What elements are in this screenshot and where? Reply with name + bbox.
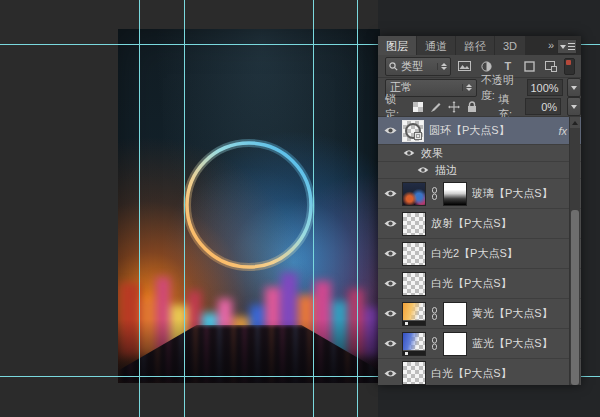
fill-value[interactable]: 0% <box>525 98 561 115</box>
layer-thumbnail-gradient-orange[interactable] <box>402 302 426 326</box>
visibility-eye-icon[interactable] <box>383 189 397 198</box>
fill-dropdown-button[interactable] <box>567 97 581 116</box>
layer-row-glass[interactable]: 玻璃【P大点S】 <box>378 179 581 209</box>
mask-link-icon[interactable] <box>431 337 438 350</box>
dropdown-spinner-icon <box>437 63 447 70</box>
opacity-dropdown-button[interactable] <box>567 78 581 97</box>
glowing-ring <box>118 29 380 383</box>
layer-list-scrollbar[interactable] <box>569 117 580 385</box>
tab-3d[interactable]: 3D <box>495 36 525 55</box>
layer-name[interactable]: 白光2【P大点S】 <box>431 246 518 261</box>
menu-arrow-icon <box>560 45 566 49</box>
visibility-eye-icon[interactable] <box>416 166 430 174</box>
effects-label[interactable]: 效果 <box>421 146 443 161</box>
tab-spacer <box>526 36 548 55</box>
vertical-guide[interactable] <box>313 0 314 417</box>
document-canvas[interactable] <box>118 29 380 383</box>
layer-name[interactable]: 黄光【P大点S】 <box>472 306 553 321</box>
filter-toggle-switch[interactable] <box>564 58 575 75</box>
collapse-panels-icon[interactable]: » <box>548 36 557 55</box>
tab-paths[interactable]: 路径 <box>456 36 494 55</box>
panel-menu-icon[interactable] <box>557 39 577 54</box>
layer-mask-thumbnail[interactable] <box>443 302 467 326</box>
layer-row-radiate[interactable]: 放射【P大点S】 <box>378 209 581 239</box>
filter-shape-layers-icon[interactable] <box>521 59 538 74</box>
filter-type-layers-icon[interactable]: T <box>500 59 517 74</box>
lock-row: 锁定: 填充: 0% <box>378 97 581 117</box>
lock-transparent-pixels-icon[interactable] <box>412 100 424 114</box>
layer-name[interactable]: 圆环【P大点S】 <box>429 123 510 138</box>
layer-mask-thumbnail[interactable] <box>443 182 467 206</box>
visibility-eye-icon[interactable] <box>383 339 397 348</box>
visibility-eye-icon[interactable] <box>383 279 397 288</box>
layer-name[interactable]: 白光【P大点S】 <box>431 366 512 381</box>
search-icon <box>389 62 398 71</box>
layers-panel: 图层 通道 路径 3D » 类型 <box>378 36 581 385</box>
visibility-eye-icon[interactable] <box>383 309 397 318</box>
filter-smart-object-icon[interactable] <box>543 59 560 74</box>
stroke-effect-label[interactable]: 描边 <box>435 163 457 178</box>
vertical-guide[interactable] <box>184 0 185 417</box>
tab-channels[interactable]: 通道 <box>417 36 455 55</box>
layer-row-whitelight[interactable]: 白光【P大点S】 <box>378 269 581 299</box>
tab-layers[interactable]: 图层 <box>378 36 416 55</box>
visibility-eye-icon[interactable] <box>383 249 397 258</box>
layer-name[interactable]: 玻璃【P大点S】 <box>472 186 553 201</box>
layer-thumbnail-transparent[interactable] <box>402 361 426 385</box>
filter-adjustment-layers-icon[interactable] <box>478 59 495 74</box>
layer-mask-thumbnail[interactable] <box>443 332 467 356</box>
blend-mode-row: 正常 不透明度: 100% <box>378 78 581 97</box>
layer-filter-row: 类型 T <box>378 55 581 78</box>
layer-name[interactable]: 蓝光【P大点S】 <box>472 336 553 351</box>
filter-pixel-layers-icon[interactable] <box>456 59 473 74</box>
layer-row-stroke-effect[interactable]: 描边 <box>378 162 581 179</box>
visibility-eye-icon[interactable] <box>383 126 397 135</box>
layer-row-yellowlight[interactable]: 黄光【P大点S】 <box>378 299 581 329</box>
filter-kind-label: 类型 <box>401 59 423 74</box>
menu-bars-icon <box>568 43 575 50</box>
layer-row-whitelight-bottom[interactable]: 白光【P大点S】 <box>378 359 581 385</box>
layer-name[interactable]: 白光【P大点S】 <box>431 276 512 291</box>
layer-thumbnail-shape[interactable] <box>402 120 424 142</box>
mask-link-icon[interactable] <box>431 187 438 200</box>
lock-all-icon[interactable] <box>466 100 478 114</box>
layer-list: 圆环【P大点S】 fx 效果 描边 <box>378 117 581 385</box>
lock-position-icon[interactable] <box>448 100 460 114</box>
dropdown-spinner-icon <box>462 84 472 91</box>
layer-name[interactable]: 放射【P大点S】 <box>431 216 512 231</box>
scrollbar-thumb[interactable] <box>571 210 579 385</box>
layer-thumbnail-transparent[interactable] <box>402 212 426 236</box>
layer-fx-label[interactable]: fx <box>558 125 567 137</box>
vertical-guide[interactable] <box>357 0 358 417</box>
lock-image-pixels-icon[interactable] <box>430 100 442 114</box>
layer-thumbnail-transparent[interactable] <box>402 242 426 266</box>
visibility-eye-icon[interactable] <box>402 149 416 157</box>
vertical-guide[interactable] <box>139 0 140 417</box>
gradient-bar <box>403 320 425 325</box>
gradient-bar <box>403 350 425 355</box>
layer-thumbnail-image[interactable] <box>402 182 426 206</box>
layer-row-bluelight[interactable]: 蓝光【P大点S】 <box>378 329 581 359</box>
visibility-eye-icon[interactable] <box>383 369 397 378</box>
layer-thumbnail-gradient-blue[interactable] <box>402 332 426 356</box>
mask-link-icon[interactable] <box>431 307 438 320</box>
shape-layer-badge <box>414 132 422 140</box>
scroll-up-icon[interactable] <box>570 117 580 128</box>
filter-kind-dropdown[interactable]: 类型 <box>385 57 451 76</box>
layer-row-ring[interactable]: 圆环【P大点S】 fx <box>378 117 581 145</box>
visibility-eye-icon[interactable] <box>383 219 397 228</box>
layer-row-whitelight2[interactable]: 白光2【P大点S】 <box>378 239 581 269</box>
layer-row-effects[interactable]: 效果 <box>378 145 581 162</box>
layer-thumbnail-transparent[interactable] <box>402 272 426 296</box>
opacity-value[interactable]: 100% <box>527 79 563 96</box>
panel-tab-bar: 图层 通道 路径 3D » <box>378 36 581 55</box>
photoshop-workspace: 图层 通道 路径 3D » 类型 <box>0 0 600 417</box>
